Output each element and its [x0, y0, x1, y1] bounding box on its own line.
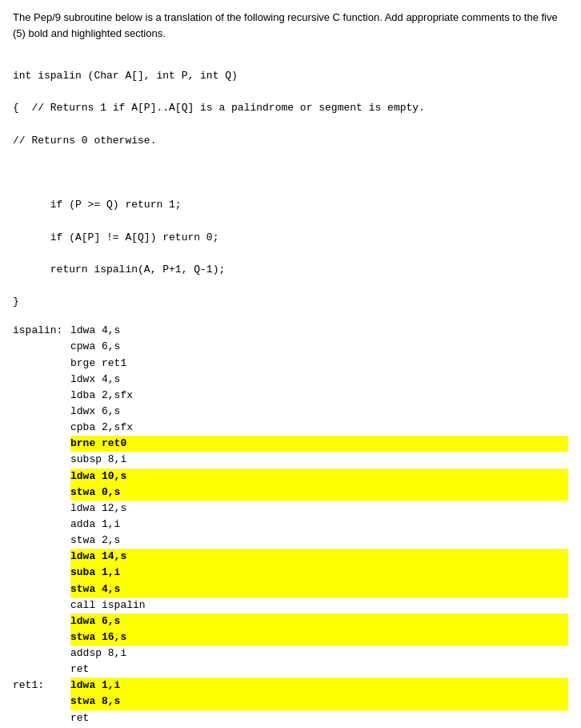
asm-line: stwa 2,s: [13, 533, 568, 549]
asm-line: ldba 2,sfx: [13, 388, 568, 404]
asm-line: ldwa 6,s: [13, 613, 568, 629]
asm-label: [13, 646, 70, 662]
asm-instruction: ldwa 14,s: [70, 549, 568, 565]
asm-label: [13, 662, 70, 678]
asm-line: stwa 4,s: [13, 581, 568, 597]
asm-instruction: stwa 16,s: [70, 629, 568, 646]
asm-line: ret: [13, 662, 568, 678]
asm-instruction: ldwa 10,s: [70, 469, 568, 485]
asm-instruction: stwa 2,s: [70, 533, 568, 549]
asm-instruction: ldwx 4,s: [70, 372, 568, 388]
asm-line: ret1:ldwa 1,i: [13, 678, 568, 694]
asm-label: [13, 339, 70, 355]
asm-label: [13, 404, 70, 420]
c-line7: return ispalin(A, P+1, Q-1);: [13, 263, 225, 276]
asm-line: brge ret1: [13, 356, 568, 372]
asm-instruction: stwa 8,s: [70, 694, 568, 710]
asm-instruction: ret: [70, 710, 568, 726]
asm-label: [13, 565, 70, 581]
asm-line: ldwx 6,s: [13, 404, 568, 420]
asm-line: cpba 2,sfx: [13, 420, 568, 436]
c-line1: int ispalin (Char A[], int P, int Q): [13, 70, 238, 82]
asm-label: ispalin:: [13, 323, 70, 339]
asm-line: ret: [13, 710, 568, 726]
asm-instruction: brge ret1: [70, 356, 568, 372]
asm-label: [13, 372, 70, 388]
asm-label: [13, 629, 70, 646]
asm-instruction: call ispalin: [70, 597, 568, 613]
c-line5: if (P >= Q) return 1;: [13, 199, 182, 211]
c-line8: }: [13, 296, 19, 308]
asm-label: [13, 549, 70, 565]
asm-label: ret1:: [13, 678, 70, 694]
c-code-block: int ispalin (Char A[], int P, int Q) { /…: [13, 52, 568, 310]
asm-instruction: stwa 4,s: [70, 581, 568, 597]
asm-line: ldwx 4,s: [13, 372, 568, 388]
asm-label: [13, 469, 70, 485]
asm-instruction: brne ret0: [70, 436, 568, 452]
asm-line: stwa 0,s: [13, 485, 568, 501]
asm-instruction: stwa 0,s: [70, 485, 568, 501]
asm-label: [13, 694, 70, 710]
asm-label: [13, 517, 70, 533]
asm-instruction: ldwa 1,i: [70, 678, 568, 694]
asm-instruction: ldwa 12,s: [70, 501, 568, 517]
asm-line: stwa 8,s: [13, 694, 568, 710]
asm-label: [13, 436, 70, 452]
asm-label: [13, 581, 70, 597]
asm-line: ldwa 10,s: [13, 469, 568, 485]
asm-line: subsp 8,i: [13, 452, 568, 468]
asm-instruction: subsp 8,i: [70, 452, 568, 468]
c-line2: { // Returns 1 if A[P]..A[Q] is a palind…: [13, 102, 425, 114]
asm-instruction: suba 1,i: [70, 565, 568, 581]
asm-label: [13, 388, 70, 404]
asm-label: [13, 597, 70, 613]
asm-instruction: addsp 8,i: [70, 646, 568, 662]
asm-instruction: ldba 2,sfx: [70, 388, 568, 404]
asm-label: [13, 710, 70, 726]
asm-instruction: cpwa 6,s: [70, 339, 568, 355]
asm-line: call ispalin: [13, 597, 568, 613]
asm-line: stwa 16,s: [13, 629, 568, 646]
asm-instruction: ret: [70, 662, 568, 678]
asm-label: [13, 501, 70, 517]
asm-line: ldwa 14,s: [13, 549, 568, 565]
asm-label: [13, 420, 70, 436]
asm-line: adda 1,i: [13, 517, 568, 533]
asm-instruction: adda 1,i: [70, 517, 568, 533]
asm-instruction: cpba 2,sfx: [70, 420, 568, 436]
asm-line: suba 1,i: [13, 565, 568, 581]
description: The Pep/9 subroutine below is a translat…: [13, 10, 568, 41]
asm-line: addsp 8,i: [13, 646, 568, 662]
asm-line: ispalin:ldwa 4,s: [13, 323, 568, 339]
asm-label: [13, 485, 70, 501]
c-line3: // Returns 0 otherwise.: [13, 135, 156, 147]
asm-line: ldwa 12,s: [13, 501, 568, 517]
asm-label: [13, 452, 70, 468]
asm-section: ispalin:ldwa 4,scpwa 6,sbrge ret1ldwx 4,…: [13, 323, 568, 728]
asm-instruction: ldwa 6,s: [70, 613, 568, 629]
asm-line: cpwa 6,s: [13, 339, 568, 355]
asm-instruction: ldwa 4,s: [70, 323, 568, 339]
c-line6: if (A[P] != A[Q]) return 0;: [13, 231, 218, 243]
asm-line: brne ret0: [13, 436, 568, 452]
asm-label: [13, 533, 70, 549]
asm-label: [13, 613, 70, 629]
asm-instruction: ldwx 6,s: [70, 404, 568, 420]
asm-label: [13, 356, 70, 372]
